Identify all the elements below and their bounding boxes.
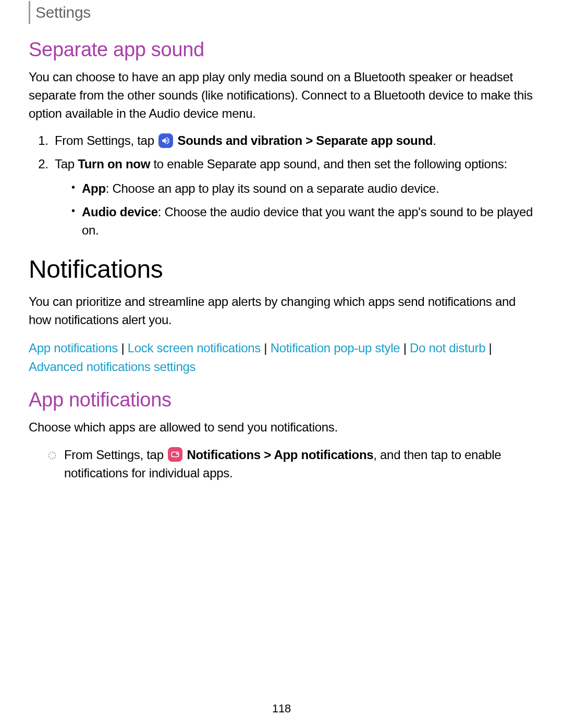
- section-intro-app-notifications: Choose which apps are allowed to send yo…: [29, 418, 534, 437]
- notifications-icon: [168, 447, 182, 462]
- sub-option-app-text: : Choose an app to play its sound on a s…: [106, 181, 439, 195]
- link-do-not-disturb[interactable]: Do not disturb: [410, 341, 485, 355]
- step-2-bold: Turn on now: [78, 157, 150, 171]
- breadcrumb-text: Settings: [35, 4, 91, 21]
- link-notification-popup-style[interactable]: Notification pop-up style: [271, 341, 400, 355]
- step-prefix: From Settings, tap: [64, 448, 167, 462]
- link-sep: |: [400, 341, 410, 355]
- step-2: Tap Turn on now to enable Separate app s…: [52, 155, 534, 239]
- section-intro-separate-app-sound: You can choose to have an app play only …: [29, 68, 534, 122]
- sound-icon: [158, 133, 173, 148]
- link-list: App notifications | Lock screen notifica…: [29, 339, 534, 376]
- sub-option-audio-label: Audio device: [82, 205, 158, 219]
- breadcrumb-bar: [29, 1, 30, 24]
- step-app-notifications: From Settings, tap Notifications > App n…: [39, 446, 534, 483]
- section-heading-separate-app-sound: Separate app sound: [29, 39, 534, 61]
- step-1-prefix: From Settings, tap: [55, 133, 157, 147]
- step-1-suffix: .: [433, 133, 436, 147]
- step-1-bold-path: Sounds and vibration > Separate app soun…: [177, 133, 433, 147]
- step-2-prefix: Tap: [55, 157, 78, 171]
- ordered-steps-separate-app-sound: From Settings, tap Sounds and vibration …: [29, 132, 534, 239]
- step-1: From Settings, tap Sounds and vibration …: [52, 132, 534, 150]
- link-app-notifications[interactable]: App notifications: [29, 341, 118, 355]
- svg-point-1: [176, 453, 178, 455]
- sub-options: App: Choose an app to play its sound on …: [55, 180, 534, 239]
- sub-option-app-label: App: [82, 181, 106, 195]
- section-intro-notifications: You can prioritize and streamline app al…: [29, 293, 534, 329]
- step-2-suffix: to enable Separate app sound, and then s…: [150, 157, 507, 171]
- link-sep: |: [118, 341, 128, 355]
- main-heading-notifications: Notifications: [29, 255, 534, 283]
- sub-option-app: App: Choose an app to play its sound on …: [71, 180, 534, 198]
- link-advanced-notifications-settings[interactable]: Advanced notifications settings: [29, 360, 195, 374]
- page-number: 118: [29, 702, 534, 715]
- breadcrumb: Settings: [29, 0, 534, 24]
- link-sep: |: [485, 341, 492, 355]
- sub-option-audio-device: Audio device: Choose the audio device th…: [71, 203, 534, 240]
- section-heading-app-notifications: App notifications: [29, 389, 534, 411]
- step-bold-path: Notifications > App notifications: [187, 448, 373, 462]
- link-sep: |: [261, 341, 271, 355]
- link-lock-screen-notifications[interactable]: Lock screen notifications: [128, 341, 261, 355]
